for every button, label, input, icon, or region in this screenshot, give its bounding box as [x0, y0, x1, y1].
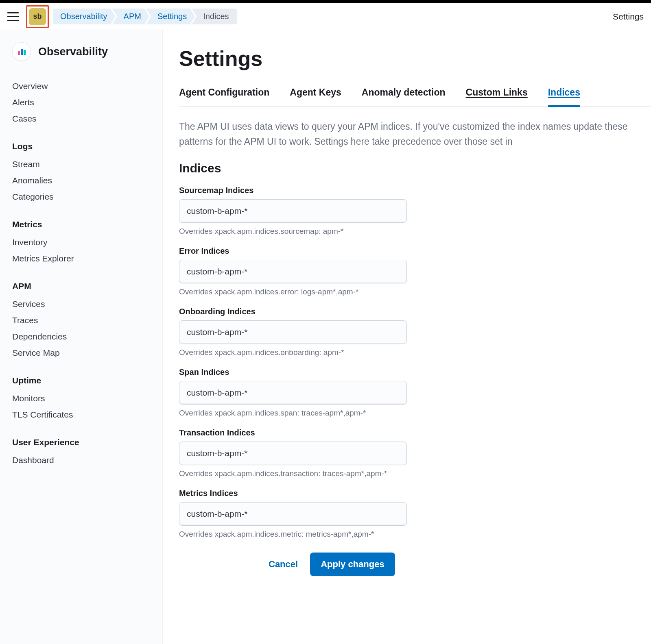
settings-tabs: Agent ConfigurationAgent KeysAnomaly det…	[179, 87, 651, 107]
field-metrics-indices: Metrics IndicesOverrides xpack.apm.indic…	[179, 489, 651, 539]
field-help: Overrides xpack.apm.indices.metric: metr…	[179, 530, 651, 539]
sidebar-item-monitors[interactable]: Monitors	[12, 390, 162, 407]
breadcrumb-indices: Indices	[192, 9, 237, 24]
topbar	[0, 0, 651, 3]
sidebar: Observability OverviewAlertsCasesLogsStr…	[0, 30, 163, 644]
field-input-span-indices[interactable]	[179, 381, 407, 405]
sidebar-item-services[interactable]: Services	[12, 296, 162, 312]
sidebar-group-apm: APM	[12, 281, 162, 291]
section-title-indices: Indices	[179, 161, 651, 175]
field-error-indices: Error IndicesOverrides xpack.apm.indices…	[179, 246, 651, 296]
sidebar-group-user-experience: User Experience	[12, 437, 162, 447]
tab-custom-links[interactable]: Custom Links	[466, 87, 528, 107]
sidebar-item-categories[interactable]: Categories	[12, 189, 162, 205]
sidebar-item-stream[interactable]: Stream	[12, 156, 162, 172]
page-title: Settings	[179, 46, 651, 71]
sidebar-item-anomalies[interactable]: Anomalies	[12, 172, 162, 189]
form-actions: Cancel Apply changes	[269, 553, 651, 576]
tab-agent-keys[interactable]: Agent Keys	[290, 87, 341, 107]
menu-icon[interactable]	[7, 12, 19, 21]
field-input-onboarding-indices[interactable]	[179, 320, 407, 344]
field-label: Transaction Indices	[179, 428, 651, 437]
field-help: Overrides xpack.apm.indices.sourcemap: a…	[179, 227, 651, 236]
space-selector[interactable]: sb	[29, 8, 46, 25]
breadcrumb-settings[interactable]: Settings	[146, 9, 195, 24]
svg-rect-2	[24, 50, 26, 55]
page-description: The APM UI uses data views to query your…	[179, 119, 651, 149]
field-label: Metrics Indices	[179, 489, 651, 498]
cancel-button[interactable]: Cancel	[269, 559, 298, 570]
svg-rect-0	[18, 51, 20, 55]
breadcrumb-apm[interactable]: APM	[112, 9, 149, 24]
sidebar-item-alerts[interactable]: Alerts	[12, 94, 162, 111]
field-transaction-indices: Transaction IndicesOverrides xpack.apm.i…	[179, 428, 651, 478]
field-help: Overrides xpack.apm.indices.transaction:…	[179, 469, 651, 478]
main-content: Settings Agent ConfigurationAgent KeysAn…	[163, 30, 651, 644]
sidebar-item-metrics-explorer[interactable]: Metrics Explorer	[12, 250, 162, 267]
sidebar-item-inventory[interactable]: Inventory	[12, 234, 162, 250]
sidebar-group-metrics: Metrics	[12, 220, 162, 229]
sidebar-item-service-map[interactable]: Service Map	[12, 345, 162, 361]
tab-agent-configuration[interactable]: Agent Configuration	[179, 87, 269, 107]
sidebar-item-overview[interactable]: Overview	[12, 78, 162, 94]
field-help: Overrides xpack.apm.indices.span: traces…	[179, 409, 651, 418]
sidebar-group-uptime: Uptime	[12, 376, 162, 385]
field-onboarding-indices: Onboarding IndicesOverrides xpack.apm.in…	[179, 307, 651, 357]
field-sourcemap-indices: Sourcemap IndicesOverrides xpack.apm.ind…	[179, 186, 651, 236]
tab-indices[interactable]: Indices	[548, 87, 580, 107]
svg-rect-1	[21, 49, 23, 55]
field-help: Overrides xpack.apm.indices.onboarding: …	[179, 348, 651, 357]
apply-changes-button[interactable]: Apply changes	[310, 553, 395, 576]
header: sb ObservabilityAPMSettingsIndices Setti…	[0, 3, 651, 30]
breadcrumb-observability[interactable]: Observability	[53, 9, 116, 24]
field-span-indices: Span IndicesOverrides xpack.apm.indices.…	[179, 368, 651, 418]
sidebar-item-dependencies[interactable]: Dependencies	[12, 329, 162, 345]
field-label: Span Indices	[179, 368, 651, 377]
field-label: Onboarding Indices	[179, 307, 651, 316]
sidebar-item-traces[interactable]: Traces	[12, 312, 162, 329]
settings-link[interactable]: Settings	[613, 12, 644, 22]
field-help: Overrides xpack.apm.indices.error: logs-…	[179, 287, 651, 296]
sidebar-item-tls-certificates[interactable]: TLS Certificates	[12, 407, 162, 423]
field-input-transaction-indices[interactable]	[179, 442, 407, 465]
sidebar-item-cases[interactable]: Cases	[12, 111, 162, 127]
tab-anomaly-detection[interactable]: Anomaly detection	[362, 87, 446, 107]
observability-icon	[12, 42, 31, 61]
field-input-metrics-indices[interactable]	[179, 502, 407, 526]
field-label: Sourcemap Indices	[179, 186, 651, 195]
field-label: Error Indices	[179, 246, 651, 256]
sidebar-item-dashboard[interactable]: Dashboard	[12, 452, 162, 468]
sidebar-title: Observability	[38, 46, 108, 58]
sidebar-group-logs: Logs	[12, 141, 162, 151]
space-selector-highlight: sb	[26, 5, 49, 28]
field-input-error-indices[interactable]	[179, 260, 407, 283]
field-input-sourcemap-indices[interactable]	[179, 199, 407, 223]
breadcrumbs: ObservabilityAPMSettingsIndices	[53, 9, 613, 24]
